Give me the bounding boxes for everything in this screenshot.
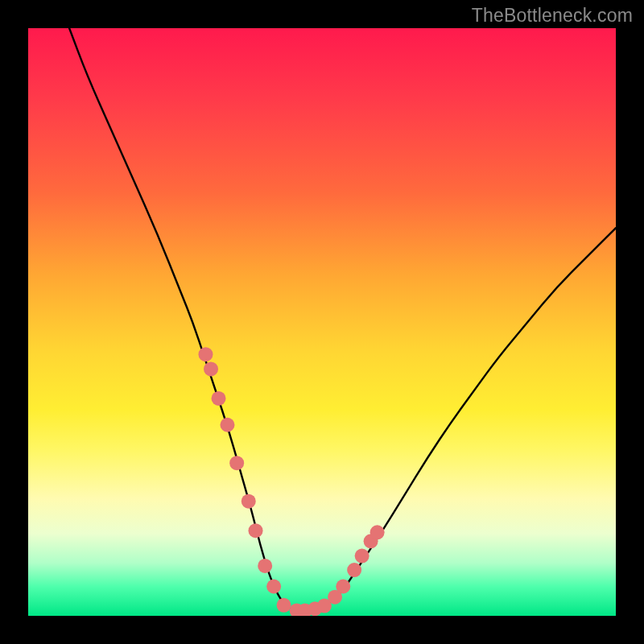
watermark-text: TheBottleneck.com <box>472 5 633 27</box>
outer-frame: TheBottleneck.com <box>0 0 644 644</box>
plot-gradient-background <box>28 28 616 616</box>
